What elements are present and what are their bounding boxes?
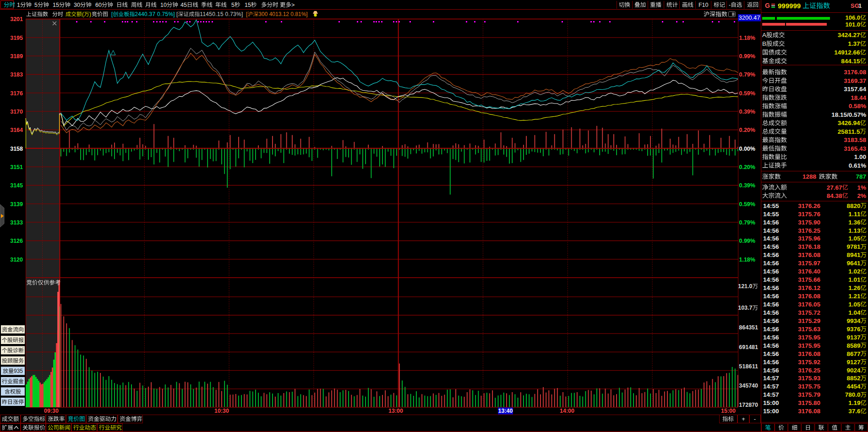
svg-text:15: 15 xyxy=(245,2,251,8)
svg-text:8852: 8852 xyxy=(847,375,861,382)
svg-text:3139: 3139 xyxy=(10,201,23,208)
svg-text:3170: 3170 xyxy=(10,109,23,115)
svg-text:14:56: 14:56 xyxy=(763,227,779,234)
svg-text:1.19: 1.19 xyxy=(848,399,860,406)
svg-text:30: 30 xyxy=(74,2,80,8)
svg-text:5: 5 xyxy=(231,2,235,8)
svg-text:14:56: 14:56 xyxy=(763,342,779,349)
svg-text:1.02: 1.02 xyxy=(848,268,860,275)
svg-text:+: + xyxy=(742,416,745,422)
svg-text:3176.08: 3176.08 xyxy=(798,350,820,357)
svg-text:15:00: 15:00 xyxy=(763,399,779,406)
svg-text:3126: 3126 xyxy=(10,238,23,244)
svg-text:15:00: 15:00 xyxy=(721,408,736,414)
svg-text:15:00: 15:00 xyxy=(763,408,779,415)
svg-text:3176.40: 3176.40 xyxy=(798,268,820,275)
svg-text:14:56: 14:56 xyxy=(763,334,779,341)
svg-text:-: - xyxy=(729,2,731,8)
svg-text:8941: 8941 xyxy=(847,252,861,258)
svg-text:3158: 3158 xyxy=(10,146,23,152)
svg-text:14:56: 14:56 xyxy=(763,317,779,324)
svg-text:14:56: 14:56 xyxy=(763,219,779,226)
svg-text:10:30: 10:30 xyxy=(214,408,229,414)
svg-text:9376: 9376 xyxy=(847,326,861,333)
svg-text:3120: 3120 xyxy=(10,257,23,263)
svg-text:18.44: 18.44 xyxy=(851,94,866,101)
svg-text:11450.15 0.73%]: 11450.15 0.73%] xyxy=(200,11,243,17)
svg-text:14:56: 14:56 xyxy=(763,367,779,374)
svg-text:14:00: 14:00 xyxy=(560,408,574,414)
svg-text:14:56: 14:56 xyxy=(763,235,779,242)
svg-text:1: 1 xyxy=(858,2,862,9)
svg-text:3176.25: 3176.25 xyxy=(798,367,820,374)
svg-text:2440.37 0.75%]: 2440.37 0.75%] xyxy=(135,11,175,17)
svg-text:3176.12: 3176.12 xyxy=(798,284,820,291)
svg-text:8677: 8677 xyxy=(847,350,861,357)
svg-text:1.05: 1.05 xyxy=(848,301,861,308)
svg-text:3195: 3195 xyxy=(10,35,23,41)
svg-text:-: - xyxy=(754,416,756,422)
svg-text:3175.97: 3175.97 xyxy=(798,260,820,267)
svg-text:3169.37: 3169.37 xyxy=(844,77,866,84)
svg-text:0.59%: 0.59% xyxy=(739,90,755,97)
svg-text:0.39%: 0.39% xyxy=(739,109,755,115)
svg-text:1.26: 1.26 xyxy=(848,284,861,291)
svg-text:106.0: 106.0 xyxy=(846,14,861,21)
svg-text:3175.96: 3175.96 xyxy=(798,235,820,242)
svg-text:37.6: 37.6 xyxy=(848,408,861,415)
svg-text:999999: 999999 xyxy=(778,2,801,10)
svg-text:1.37: 1.37 xyxy=(848,40,860,47)
svg-text:0.79%: 0.79% xyxy=(739,71,755,78)
svg-text:14:56: 14:56 xyxy=(763,309,779,316)
svg-text:3175.79: 3175.79 xyxy=(798,391,820,398)
svg-text:3176.08: 3176.08 xyxy=(844,69,866,76)
svg-text:1.05: 1.05 xyxy=(848,235,861,242)
svg-text:14:56: 14:56 xyxy=(763,268,779,275)
svg-text:9127: 9127 xyxy=(847,359,861,366)
svg-text:3175.92: 3175.92 xyxy=(798,359,820,366)
svg-text:0.99%: 0.99% xyxy=(739,53,755,60)
svg-text:3424.27: 3424.27 xyxy=(838,32,860,38)
svg-text:3189: 3189 xyxy=(10,53,23,60)
svg-text:300 4013.12 0.81%]: 300 4013.12 0.81%] xyxy=(258,11,307,17)
svg-text:1.00: 1.00 xyxy=(854,153,866,160)
svg-text:14:56: 14:56 xyxy=(763,359,779,366)
svg-text:1.01: 1.01 xyxy=(848,276,861,283)
svg-text:3176.05: 3176.05 xyxy=(798,301,820,308)
svg-text:345740: 345740 xyxy=(739,383,758,389)
svg-text:3175.76: 3175.76 xyxy=(798,211,820,218)
svg-text:3151: 3151 xyxy=(10,164,23,170)
svg-text:3157.64: 3157.64 xyxy=(844,86,866,93)
svg-text:): ) xyxy=(89,11,91,17)
svg-text:13:40: 13:40 xyxy=(498,408,513,414)
svg-text:8820: 8820 xyxy=(847,202,861,209)
svg-text:14:57: 14:57 xyxy=(763,375,779,382)
svg-text:14:56: 14:56 xyxy=(763,260,779,267)
svg-text:3176: 3176 xyxy=(10,90,23,97)
svg-text:F10: F10 xyxy=(699,2,709,8)
svg-text:B: B xyxy=(762,40,766,47)
svg-text:3201: 3201 xyxy=(10,16,23,22)
svg-text:>: > xyxy=(291,2,295,8)
svg-text:1.21: 1.21 xyxy=(848,293,861,300)
svg-text:3175.72: 3175.72 xyxy=(798,309,820,316)
svg-text:3183.58: 3183.58 xyxy=(844,137,866,143)
svg-text:45: 45 xyxy=(180,2,187,8)
svg-text:1: 1 xyxy=(17,2,20,8)
svg-text:518611: 518611 xyxy=(739,363,758,370)
svg-text:101.0: 101.0 xyxy=(846,21,861,28)
svg-text:8589: 8589 xyxy=(847,342,861,349)
svg-text:14:56: 14:56 xyxy=(763,293,779,300)
svg-text:3175.29: 3175.29 xyxy=(798,317,820,324)
svg-text:780.0: 780.0 xyxy=(845,391,861,398)
svg-text:691481: 691481 xyxy=(739,344,758,350)
svg-text:3165.43: 3165.43 xyxy=(844,145,866,152)
svg-text:1.04: 1.04 xyxy=(848,309,861,316)
svg-text:14:56: 14:56 xyxy=(763,326,779,333)
svg-text:G: G xyxy=(765,2,770,9)
svg-text:3175.66: 3175.66 xyxy=(798,276,820,283)
svg-text:787: 787 xyxy=(856,173,867,180)
svg-text:0.59%: 0.59% xyxy=(739,201,755,208)
svg-text:9137: 9137 xyxy=(847,334,861,341)
svg-text:844.15: 844.15 xyxy=(841,58,860,65)
